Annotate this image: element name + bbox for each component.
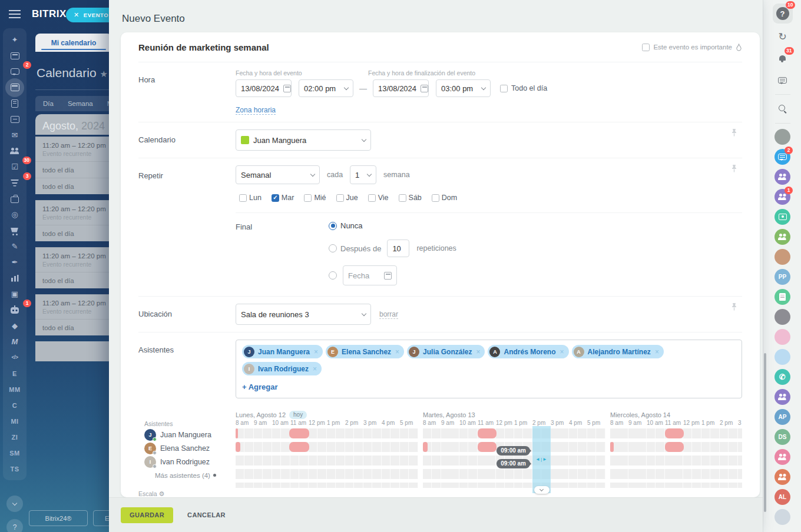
create-event-button[interactable]: ✕ EVENTO [66, 8, 112, 22]
rail-item-item-mi[interactable]: MI [3, 413, 27, 429]
avatar[interactable] [774, 509, 790, 525]
avatar[interactable] [774, 129, 790, 145]
weekday-checkbox[interactable] [368, 194, 376, 202]
attendee-chip[interactable]: EElena Sanchez× [326, 345, 404, 358]
event-list-item[interactable]: todo el día [35, 225, 112, 241]
collapse-rail-button[interactable] [6, 496, 23, 512]
right-rail-notifications[interactable]: 31 [774, 49, 792, 67]
avatar[interactable] [774, 249, 790, 265]
weekday-checkbox[interactable] [336, 194, 344, 202]
attendee-chip[interactable]: JJuan Manguera× [242, 345, 323, 358]
day-body[interactable] [610, 428, 742, 494]
repeat-frequency-select[interactable]: Semanal [236, 165, 320, 184]
right-rail-avatar[interactable] [774, 349, 790, 365]
user-ap[interactable]: AP [774, 409, 790, 425]
right-rail-avatar[interactable] [774, 509, 790, 525]
rail-item-item-mm[interactable]: MM [3, 381, 27, 397]
important-checkbox[interactable] [642, 44, 650, 51]
call[interactable]: ✆ [774, 369, 790, 385]
right-rail-call[interactable]: ✆ [774, 369, 790, 385]
right-rail-search[interactable] [774, 100, 792, 118]
selected-timeslot[interactable] [532, 426, 551, 493]
after-radio[interactable] [329, 244, 337, 252]
expand-selection-button[interactable] [534, 486, 550, 494]
start-date-input[interactable]: 13/08/2024 [236, 79, 292, 97]
event-list-item[interactable]: 11:20 am – 12:20 pmEvento recurrente [35, 137, 112, 161]
right-rail-screen-share[interactable] [774, 209, 790, 225]
help-rail-button[interactable]: ? [6, 519, 23, 532]
drag-handle-icon[interactable] [535, 457, 548, 462]
weekday-dom[interactable]: Dom [432, 194, 457, 202]
rail-item-shop[interactable] [3, 222, 27, 238]
weekday-checkbox[interactable] [272, 194, 279, 202]
event-list-item[interactable]: 11:20 am – 12:20 pmEvento recurrente [35, 294, 112, 319]
start-time-select[interactable]: 02:00 pm [299, 79, 353, 97]
chat-icon[interactable] [774, 71, 792, 89]
attendee-chip[interactable]: AAlejandro Martínez× [572, 345, 664, 358]
view-tab-día[interactable]: Día [43, 100, 54, 107]
right-rail-user-ds[interactable]: DS [774, 429, 790, 445]
event-list-item[interactable]: todo el día [35, 272, 112, 288]
event-list-item[interactable]: 11:20 am – 12:20 pmEvento recurrente [35, 247, 112, 272]
remove-icon[interactable]: × [560, 348, 564, 356]
rail-item-calendar[interactable] [3, 79, 27, 95]
event-list-item[interactable]: todo el día [35, 161, 112, 178]
allday-checkbox[interactable] [500, 85, 508, 92]
right-rail-messenger[interactable]: 2 [774, 149, 790, 165]
right-rail-user-pp[interactable]: PP [774, 269, 790, 285]
rail-item-mail[interactable]: ✉ [3, 127, 27, 143]
weekday-checkbox[interactable] [432, 194, 439, 202]
rail-item-item-e[interactable]: E [3, 365, 27, 381]
rail-item-marketing[interactable]: ◎ [3, 207, 27, 222]
pin-icon[interactable] [731, 128, 737, 137]
weekday-checkbox[interactable] [399, 194, 406, 202]
rail-item-tasks[interactable]: ☑30 [3, 159, 27, 175]
repetitions-input[interactable]: 10 [387, 240, 409, 257]
weekday-sáb[interactable]: Sáb [399, 194, 422, 202]
notes[interactable] [774, 289, 790, 305]
rail-item-box[interactable]: ◆ [3, 318, 27, 334]
group-chat[interactable] [774, 449, 790, 465]
user-ds[interactable]: DS [774, 429, 790, 445]
calendar-select[interactable]: Juan Manguera [236, 129, 371, 151]
event-list-item[interactable]: todo el día [35, 178, 112, 194]
gear-icon[interactable]: ⚙ [158, 490, 164, 497]
right-rail-group-chat[interactable] [774, 389, 790, 405]
weekday-lun[interactable]: Lun [239, 194, 262, 202]
day-body[interactable]: 09:00 am09:00 am [423, 428, 605, 494]
attendee-chip[interactable]: JJulia González× [407, 345, 485, 358]
rail-item-teams[interactable] [3, 143, 27, 159]
end-date-option[interactable]: Fecha [329, 265, 456, 285]
remove-icon[interactable]: × [395, 348, 399, 356]
view-tab-semana[interactable]: Semana [68, 100, 93, 107]
day-body[interactable] [236, 428, 418, 494]
screen-share[interactable] [774, 209, 790, 225]
event-list-item[interactable]: todo el día [35, 319, 112, 335]
weekday-checkbox[interactable] [304, 194, 312, 202]
right-rail-user-al[interactable]: AL [774, 489, 790, 505]
avatar[interactable] [774, 349, 790, 365]
rail-item-automation[interactable]: 1 [3, 302, 27, 318]
rail-item-developer[interactable]: </> [3, 350, 27, 365]
rail-item-market[interactable]: M [3, 334, 27, 350]
right-rail-avatar[interactable] [774, 309, 790, 325]
pin-icon[interactable] [731, 302, 737, 311]
right-rail-time-tracking[interactable]: ↻ [774, 28, 792, 45]
important-toggle[interactable]: Este evento es importante [642, 44, 742, 51]
time-tracking-icon[interactable]: ↻ [774, 28, 792, 45]
group-chat[interactable] [774, 229, 790, 245]
group-chat[interactable] [774, 469, 790, 485]
never-radio[interactable] [329, 222, 337, 230]
end-after-option[interactable]: Después de 10 repeticiones [329, 240, 456, 257]
end-time-select[interactable]: 03:00 pm [436, 79, 491, 97]
cancel-button[interactable]: CANCELAR [187, 511, 226, 518]
right-rail-chat-panel[interactable] [774, 71, 792, 89]
right-rail-group-chat[interactable]: 1 [774, 189, 790, 205]
user-pp[interactable]: PP [774, 269, 790, 285]
remove-icon[interactable]: × [314, 348, 318, 356]
rail-item-crm[interactable]: 3 [3, 175, 27, 191]
end-by-date-input[interactable]: Fecha [343, 265, 397, 285]
date-radio[interactable] [329, 271, 337, 280]
attendee-chip[interactable]: IIvan Rodriguez× [242, 362, 322, 375]
group-chat[interactable] [774, 169, 790, 185]
